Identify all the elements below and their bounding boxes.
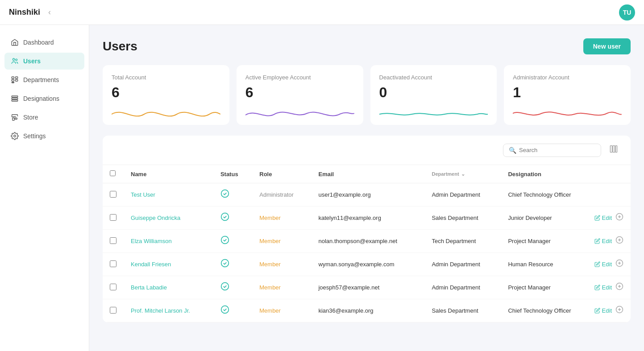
departments-icon [11, 76, 19, 84]
row-checkbox[interactable] [110, 191, 116, 198]
row-checkbox[interactable] [110, 260, 116, 267]
row-department: Sales Department [424, 206, 501, 230]
avatar[interactable]: TU [619, 4, 635, 21]
stat-value-deactivated: 0 [379, 84, 488, 101]
edit-icon [594, 261, 600, 267]
svg-rect-4 [12, 82, 14, 83]
columns-icon [609, 145, 618, 153]
stat-value-active: 6 [245, 84, 354, 101]
row-checkbox-cell [103, 299, 124, 322]
topbar: Ninshiki ‹ TU [0, 0, 644, 25]
more-icon [615, 282, 623, 290]
row-checkbox[interactable] [110, 214, 116, 221]
svg-rect-2 [12, 77, 14, 78]
sidebar-item-settings[interactable]: Settings [4, 128, 84, 145]
row-actions: Edit [594, 282, 623, 293]
row-name: Guiseppe Ondricka [124, 206, 213, 230]
more-options-button[interactable] [615, 282, 623, 293]
more-options-button[interactable] [615, 306, 623, 316]
row-status [213, 230, 252, 253]
row-checkbox[interactable] [110, 284, 116, 290]
designation-label: Junior Developer [508, 215, 552, 221]
edit-icon [594, 238, 600, 244]
svg-rect-14 [613, 146, 615, 153]
sidebar-item-users[interactable]: Users [4, 53, 84, 70]
edit-button[interactable]: Edit [594, 238, 612, 244]
row-checkbox[interactable] [110, 237, 116, 244]
edit-button[interactable]: Edit [594, 261, 612, 268]
more-options-button[interactable] [615, 236, 623, 246]
th-department[interactable]: Department ⌄ [424, 165, 501, 183]
user-name-link[interactable]: Guiseppe Ondricka [131, 215, 180, 221]
edit-icon [594, 308, 600, 314]
row-email: joesph57@example.net [311, 276, 424, 299]
svg-point-0 [13, 58, 15, 61]
role-badge: Administrator [259, 191, 294, 198]
th-name: Name [124, 165, 213, 183]
more-options-button[interactable] [615, 259, 623, 269]
edit-button[interactable]: Edit [594, 307, 612, 314]
row-actions: Edit [594, 306, 623, 316]
sidebar-item-dashboard[interactable]: Dashboard [4, 34, 84, 51]
row-department: Tech Department [424, 230, 501, 253]
svg-rect-8 [12, 98, 18, 99]
stat-value-admin: 1 [513, 84, 622, 101]
row-checkbox-cell [103, 276, 124, 299]
user-name-link[interactable]: Test User [131, 191, 155, 198]
row-department: Admin Department [424, 183, 501, 206]
row-email: kian36@example.org [311, 299, 424, 322]
svg-rect-3 [12, 79, 14, 81]
svg-rect-10 [12, 118, 15, 120]
role-badge: Member [259, 238, 281, 244]
table-card: 🔍 Name [103, 136, 631, 322]
sidebar-item-store[interactable]: Store [4, 109, 84, 126]
columns-toggle-button[interactable] [606, 143, 622, 157]
user-name-link[interactable]: Berta Labadie [131, 284, 167, 291]
row-department: Admin Department [424, 276, 501, 299]
page-header: Users New user [103, 38, 631, 54]
sidebar-item-label: Settings [23, 132, 46, 140]
search-icon: 🔍 [509, 147, 516, 154]
sidebar-item-departments[interactable]: Departments [4, 71, 84, 88]
sidebar-item-label: Store [23, 114, 38, 121]
row-checkbox[interactable] [110, 307, 116, 314]
more-icon [615, 259, 623, 267]
svg-rect-6 [16, 79, 18, 81]
row-role: Member [252, 253, 311, 276]
role-badge: Member [259, 261, 281, 268]
stat-label-active: Active Employee Account [245, 74, 354, 81]
user-name-link[interactable]: Elza Williamson [131, 238, 172, 244]
row-status [213, 253, 252, 276]
row-status [213, 206, 252, 230]
status-active-icon [220, 260, 229, 269]
svg-rect-9 [12, 100, 18, 101]
more-icon [615, 213, 623, 221]
status-active-icon [220, 214, 229, 223]
edit-button[interactable]: Edit [594, 284, 612, 291]
row-checkbox-cell [103, 206, 124, 230]
row-role: Member [252, 230, 311, 253]
user-name-link[interactable]: Prof. Mitchel Larson Jr. [131, 307, 190, 314]
store-icon [11, 113, 19, 121]
svg-point-12 [14, 135, 16, 137]
row-status [213, 276, 252, 299]
th-email: Email [311, 165, 424, 183]
new-user-button[interactable]: New user [583, 38, 631, 54]
svg-rect-5 [16, 77, 18, 78]
edit-button[interactable]: Edit [594, 215, 612, 221]
search-input[interactable] [519, 147, 595, 153]
table-row: Guiseppe Ondricka Member katelyn11@examp… [103, 206, 631, 230]
collapse-sidebar-button[interactable]: ‹ [45, 6, 54, 19]
stat-wave-admin [513, 105, 622, 123]
sidebar-item-label: Designations [23, 95, 59, 102]
stat-label-total: Total Account [112, 74, 220, 81]
table-toolbar: 🔍 [103, 136, 631, 165]
row-department: Admin Department [424, 253, 501, 276]
table-row: Test User Administrator user1@example.or… [103, 183, 631, 206]
user-name-link[interactable]: Kendall Friesen [131, 261, 171, 268]
th-designation: Designation [501, 165, 631, 183]
sidebar-item-designations[interactable]: Designations [4, 90, 84, 107]
select-all-checkbox[interactable] [110, 170, 116, 176]
more-options-button[interactable] [615, 213, 623, 223]
th-status: Status [213, 165, 252, 183]
